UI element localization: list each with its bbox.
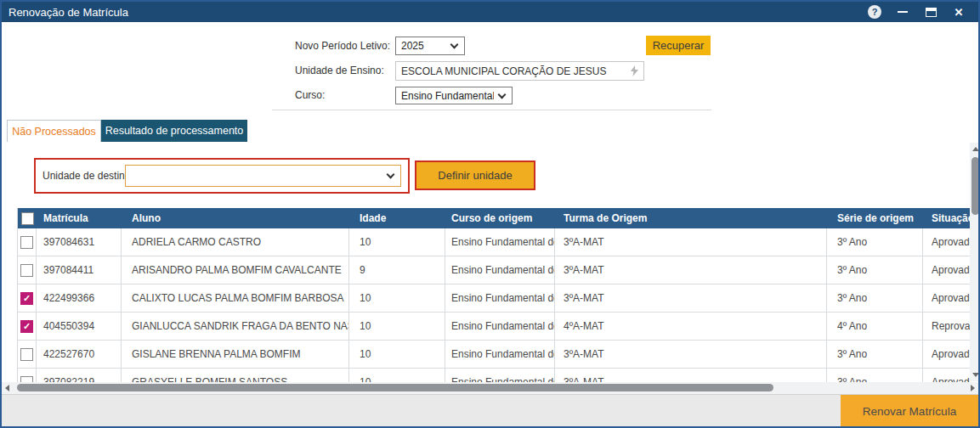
- cell-curso-origem: Ensino Fundamental de 9 anos: [445, 228, 555, 256]
- close-icon: ✕: [955, 6, 964, 19]
- cell-serie-origem: 3º Ano: [827, 284, 923, 312]
- header-turma-origem[interactable]: Turma de Origem: [555, 208, 827, 228]
- vertical-scroll-thumb[interactable]: [972, 157, 979, 215]
- select-all-checkbox[interactable]: [21, 212, 34, 225]
- cell-idade: 10: [349, 284, 445, 312]
- header-aluno[interactable]: Aluno: [122, 208, 349, 228]
- table-row[interactable]: 397082219 GRASYELLE BOMFIM SANTOSS 10 En…: [18, 369, 970, 382]
- horizontal-scroll-thumb[interactable]: [17, 384, 773, 391]
- row-checkbox[interactable]: [20, 376, 33, 383]
- course-value: Ensino Fundamental d: [401, 90, 494, 102]
- renew-enrollment-button[interactable]: Renovar Matrícula: [841, 395, 978, 427]
- table-row[interactable]: 422527670 GISLANE BRENNA PALMA BOMFIM 10…: [18, 341, 970, 369]
- row-checkbox[interactable]: [20, 264, 33, 277]
- cell-serie-origem: 3º Ano: [827, 256, 923, 284]
- window-title: Renovação de Matrícula: [2, 6, 128, 19]
- table-row[interactable]: 422499366 CALIXTO LUCAS PALMA BOMFIM BAR…: [18, 284, 970, 313]
- cell-matricula: 397084411: [37, 256, 122, 284]
- destination-select[interactable]: [125, 165, 401, 187]
- cell-curso-origem: Ensino Fundamental de 9 anos: [445, 284, 555, 312]
- cell-serie-origem: 4º Ano: [827, 313, 923, 340]
- course-select[interactable]: Ensino Fundamental d: [395, 87, 513, 104]
- chevron-down-icon: [387, 171, 395, 179]
- cell-turma-origem: 3ºA-MAT: [555, 228, 827, 256]
- window-controls: ? ✕: [867, 4, 978, 20]
- cell-situacao: Aprovado: [923, 256, 970, 284]
- cell-aluno: ADRIELA CARMO CASTRO: [122, 228, 349, 256]
- cell-idade: 9: [349, 256, 445, 284]
- help-button[interactable]: ?: [867, 4, 882, 20]
- scroll-down-icon[interactable]: [972, 373, 979, 377]
- define-unit-button[interactable]: Definir unidade: [415, 160, 535, 190]
- scroll-up-icon[interactable]: [972, 147, 979, 151]
- maximize-button[interactable]: [923, 4, 938, 20]
- cell-matricula: 397082219: [37, 369, 122, 382]
- row-checkbox[interactable]: [20, 320, 33, 333]
- school-input[interactable]: ESCOLA MUNICIPAL CORAÇÃO DE JESUS: [395, 61, 644, 81]
- close-button[interactable]: ✕: [951, 4, 966, 20]
- cell-matricula: 422499366: [37, 284, 122, 312]
- cell-serie-origem: 3º Ano: [827, 341, 923, 368]
- school-label: Unidade de Ensino:: [295, 65, 384, 76]
- minimize-icon: [898, 11, 908, 13]
- row-checkbox[interactable]: [20, 236, 33, 249]
- cell-idade: 10: [349, 313, 445, 340]
- header-curso-origem[interactable]: Curso de origem: [445, 208, 555, 228]
- lightning-icon: [631, 65, 638, 76]
- cell-curso-origem: Ensino Fundamental de 9 anos: [445, 256, 555, 284]
- renewal-window: Renovação de Matrícula ? ✕ Novo Período …: [0, 0, 980, 428]
- header-serie-origem[interactable]: Série de origem: [827, 208, 923, 228]
- cell-turma-origem: 3ºA-MAT: [555, 369, 827, 382]
- cell-turma-origem: 3ºA-MAT: [555, 256, 827, 284]
- footer-bar: Renovar Matrícula: [2, 394, 978, 426]
- course-label: Curso:: [295, 89, 325, 101]
- table-header-row: Matrícula Aluno Idade Curso de origem Tu…: [18, 208, 970, 228]
- cell-idade: 10: [349, 369, 445, 382]
- table-row[interactable]: 397084411 ARISANDRO PALMA BOMFIM CAVALCA…: [18, 256, 970, 284]
- period-select[interactable]: 2025: [395, 37, 465, 55]
- header-idade[interactable]: Idade: [349, 208, 445, 228]
- period-label: Novo Período Letivo:: [295, 40, 390, 52]
- maximize-icon: [926, 8, 937, 17]
- cell-idade: 10: [349, 228, 445, 256]
- cell-aluno: ARISANDRO PALMA BOMFIM CAVALCANTE: [122, 256, 349, 284]
- recover-button[interactable]: Recuperar: [646, 36, 711, 55]
- chevron-down-icon: [450, 41, 459, 49]
- row-checkbox[interactable]: [20, 292, 33, 305]
- school-value: ESCOLA MUNICIPAL CORAÇÃO DE JESUS: [401, 65, 627, 77]
- header-matricula[interactable]: Matrícula: [37, 208, 122, 228]
- titlebar: Renovação de Matrícula ? ✕: [2, 2, 978, 22]
- chevron-down-icon: [498, 90, 507, 99]
- form-divider: [272, 110, 711, 110]
- cell-serie-origem: 3º Ano: [827, 228, 923, 256]
- vertical-scrollbar[interactable]: [970, 143, 980, 381]
- cell-serie-origem: 3º Ano: [827, 369, 923, 382]
- destination-label: Unidade de destino:: [42, 170, 133, 182]
- horizontal-scrollbar[interactable]: [2, 382, 978, 394]
- cell-curso-origem: Ensino Fundamental de 9 anos: [445, 369, 555, 382]
- tab-nao-processados[interactable]: Não Processados: [7, 120, 101, 142]
- cell-situacao: Reprovado: [923, 313, 970, 340]
- cell-turma-origem: 4ºA-MAT: [555, 313, 827, 340]
- row-checkbox[interactable]: [20, 348, 33, 361]
- cell-aluno: CALIXTO LUCAS PALMA BOMFIM BARBOSA: [122, 284, 349, 312]
- table-row[interactable]: 397084631 ADRIELA CARMO CASTRO 10 Ensino…: [18, 228, 970, 256]
- cell-aluno: GRASYELLE BOMFIM SANTOSS: [122, 369, 349, 382]
- minimize-button[interactable]: [895, 4, 910, 20]
- cell-curso-origem: Ensino Fundamental de 9 anos: [445, 313, 555, 340]
- cell-situacao: Aprovado: [923, 341, 970, 368]
- cell-turma-origem: 3ºA-MAT: [555, 341, 827, 368]
- tab-resultado-processamento[interactable]: Resultado de processamento: [101, 120, 247, 142]
- cell-matricula: 422527670: [37, 341, 122, 368]
- cell-idade: 10: [349, 341, 445, 368]
- scroll-left-icon[interactable]: [5, 385, 9, 391]
- header-situacao[interactable]: Situação: [923, 208, 970, 228]
- cell-turma-origem: 3ºA-MAT: [555, 284, 827, 312]
- scroll-right-icon[interactable]: [971, 385, 975, 391]
- period-value: 2025: [401, 40, 446, 52]
- cell-matricula: 404550394: [37, 313, 122, 340]
- students-table: Matrícula Aluno Idade Curso de origem Tu…: [17, 208, 970, 382]
- cell-aluno: GIANLUCCA SANDRIK FRAGA DA BENTO NASCIME…: [122, 313, 349, 340]
- destination-highlight-box: Unidade de destino:: [34, 158, 410, 194]
- table-row[interactable]: 404550394 GIANLUCCA SANDRIK FRAGA DA BEN…: [18, 313, 970, 341]
